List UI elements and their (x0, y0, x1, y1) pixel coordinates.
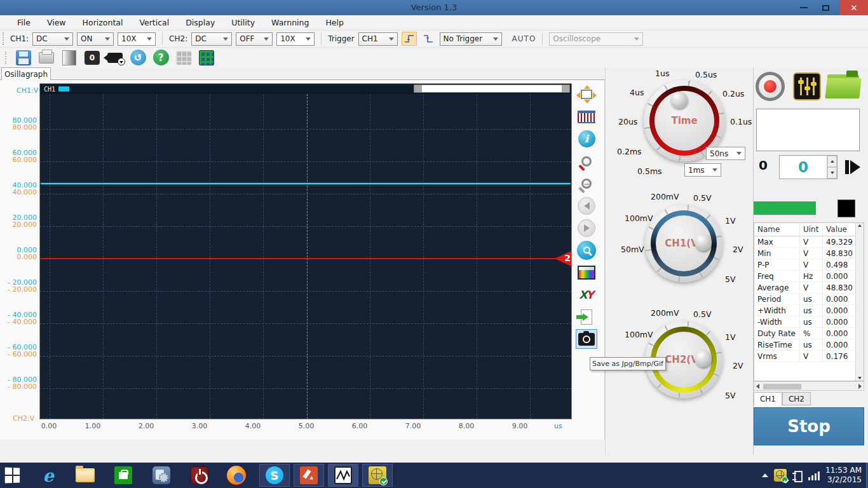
ch2-coupling-select[interactable]: DC (191, 32, 232, 46)
taskbar-ie[interactable]: e (36, 464, 61, 487)
info-button[interactable]: i (576, 129, 597, 149)
scroll-down-icon[interactable] (858, 377, 862, 379)
save-button[interactable] (15, 50, 32, 66)
background-gradient-button[interactable] (61, 50, 78, 66)
xy-mode-button[interactable]: XY (576, 285, 597, 304)
redo-view-button[interactable] (576, 218, 597, 238)
pan-button[interactable] (576, 85, 597, 104)
table-row[interactable]: Duty Rate%0.000 (754, 328, 864, 339)
taskbar-firefox[interactable] (224, 464, 249, 487)
horizontal-position-scrollbar[interactable] (414, 85, 570, 93)
table-row[interactable]: P-PV0.498 (754, 259, 864, 271)
tab-ch2[interactable]: CH2 (782, 392, 811, 405)
table-row[interactable]: MaxV49.329 (754, 236, 864, 248)
taskbar-oscilloscope-app[interactable] (328, 464, 358, 487)
save-image-button[interactable] (576, 329, 597, 349)
taskbar-settings-app[interactable] (149, 464, 174, 487)
rising-edge-button[interactable] (402, 32, 417, 46)
stop-button[interactable]: Stop (754, 407, 864, 445)
export-data-button[interactable] (576, 307, 597, 327)
scrollbar-thumb[interactable] (414, 85, 422, 92)
ch2-position-marker[interactable]: 2 (555, 251, 571, 266)
color-preview-swatch[interactable] (837, 200, 855, 217)
ch2-display-select[interactable]: OFF (236, 32, 273, 46)
ch2-probe-select[interactable]: 10X (276, 32, 315, 46)
menu-utility[interactable]: Utility (223, 15, 263, 30)
scrollbar-track[interactable] (422, 85, 562, 92)
table-row[interactable]: -Widthus0.000 (754, 316, 864, 328)
menu-view[interactable]: View (39, 15, 74, 30)
table-row[interactable]: VrmsV0.176 (754, 351, 864, 362)
device-select[interactable]: Oscilloscope (549, 32, 643, 46)
cursor-measure-button[interactable] (576, 107, 597, 126)
counter-reset-button[interactable]: 0 (84, 50, 100, 66)
taskbar-file-explorer[interactable] (72, 464, 98, 487)
open-folder-button[interactable] (826, 71, 860, 101)
table-row[interactable]: +Widthus0.000 (754, 305, 864, 316)
close-button[interactable]: ✕ (840, 0, 868, 15)
menu-file[interactable]: File (9, 15, 39, 30)
menu-help[interactable]: Help (317, 15, 352, 30)
tab-ch1[interactable]: CH1 (754, 392, 782, 406)
scroll-left-icon[interactable] (756, 384, 759, 389)
grid-on-button[interactable] (198, 50, 215, 66)
zoom-tool-button[interactable] (576, 240, 597, 260)
ch1-coupling-select[interactable]: DC (32, 32, 73, 46)
falling-edge-button[interactable] (421, 32, 436, 46)
chevron-down-icon (264, 37, 269, 41)
color-settings-button[interactable] (576, 262, 597, 282)
table-vertical-scrollbar[interactable] (855, 223, 864, 381)
table-row[interactable]: Periodus0.000 (754, 294, 864, 305)
taskbar-clock[interactable]: 11:53 AM 3/2/2015 (825, 466, 865, 485)
help-button[interactable]: ? (153, 50, 169, 66)
ch1-display-select[interactable]: ON (77, 32, 114, 46)
start-button[interactable] (0, 464, 25, 487)
undo-view-button[interactable] (576, 196, 597, 215)
taskbar-skype[interactable]: S (259, 464, 290, 487)
record-list-box[interactable] (756, 109, 860, 151)
table-row[interactable]: MinV48.830 (754, 248, 864, 259)
tray-network-icon[interactable] (774, 469, 787, 482)
menu-warning[interactable]: Warnning (263, 15, 317, 30)
refresh-button[interactable]: ↺ (130, 50, 146, 66)
zoom-in-button[interactable] (576, 151, 597, 171)
ch1-probe-select[interactable]: 10X (118, 32, 156, 46)
taskbar-power-app[interactable] (187, 464, 212, 487)
table-row[interactable]: RiseTimeus0.000 (754, 339, 864, 351)
spinner-down-button[interactable] (827, 167, 837, 179)
record-video-button[interactable] (107, 50, 123, 66)
grid-off-button[interactable] (175, 50, 192, 66)
print-button[interactable] (38, 50, 55, 66)
taskbar-network-app[interactable] (362, 464, 393, 487)
ch1-knob[interactable]: CH1(V) (645, 205, 722, 282)
tray-expand-icon[interactable] (762, 473, 768, 477)
tray-power-plug-icon[interactable] (792, 470, 803, 481)
zoom-out-button[interactable] (576, 173, 597, 193)
minimize-button[interactable] (794, 0, 813, 15)
time-select-1ms[interactable]: 1ms (684, 163, 721, 177)
menu-display[interactable]: Display (177, 15, 223, 30)
waveform-plot[interactable]: CH1 2 (39, 83, 572, 419)
table-row[interactable]: FreqHz0.000 (754, 271, 864, 282)
scrollbar-thumb[interactable] (763, 384, 801, 390)
taskbar-pen-app[interactable] (294, 464, 324, 487)
table-row[interactable]: AverageV48.830 (754, 282, 864, 294)
table-horizontal-scrollbar[interactable] (754, 381, 864, 391)
x-tick: 1.00 (80, 422, 105, 430)
time-select-50ns[interactable]: 50ns (706, 147, 745, 160)
scroll-right-icon[interactable] (858, 384, 862, 389)
settings-equalizer-button[interactable] (793, 72, 821, 100)
trigger-type-select[interactable]: No Trigger (440, 32, 502, 46)
menu-horizontal[interactable]: Horizontal (74, 15, 132, 30)
scroll-up-icon[interactable] (858, 224, 862, 227)
maximize-button[interactable] (816, 0, 835, 15)
record-button[interactable] (756, 72, 785, 101)
taskbar-store[interactable] (111, 464, 136, 487)
tray-signal-icon[interactable] (808, 470, 820, 480)
spinner-up-button[interactable] (827, 156, 837, 167)
menu-vertical[interactable]: Vertical (131, 15, 177, 30)
tab-osillagraph[interactable]: Osillagraph (1, 67, 51, 80)
frame-spinner[interactable]: 0 (779, 155, 837, 179)
trigger-source-select[interactable]: CH1 (358, 32, 398, 46)
step-play-button[interactable] (845, 160, 862, 174)
